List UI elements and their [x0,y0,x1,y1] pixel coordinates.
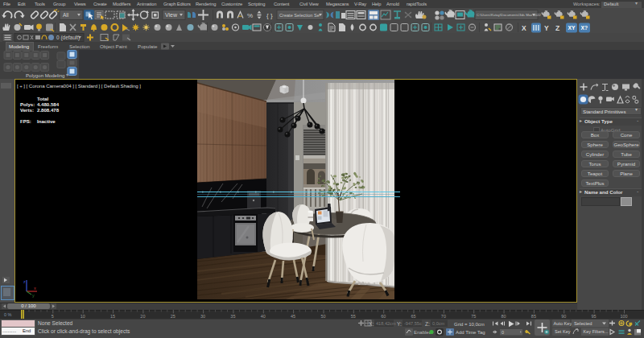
svg-text:Create Selection Se: Create Selection Se [279,13,320,18]
svg-text:2: 2 [219,14,221,19]
svg-text:y: y [32,293,35,298]
svg-text:View: View [165,12,178,18]
svg-text:Key Filters...: Key Filters... [584,329,609,334]
svg-text:Set Key: Set Key [555,329,571,334]
svg-text:z: z [23,279,26,284]
svg-text:418,42cm: 418,42cm [376,321,396,326]
svg-text:0,0cm: 0,0cm [432,321,445,326]
svg-text:Add Time Tag: Add Time Tag [456,330,485,335]
svg-text:X:: X: [369,321,374,327]
svg-text:XY: XY [568,25,576,31]
svg-text:Z:: Z: [425,321,430,327]
svg-text:All: All [63,12,69,18]
svg-text:%: % [247,12,253,19]
svg-text:Auto Key: Auto Key [554,321,572,326]
svg-text:3: 3 [229,14,232,19]
svg-text:Grid = 10,0cm: Grid = 10,0cm [454,322,485,327]
svg-text:Z: Z [555,24,559,32]
svg-text:X: X [522,24,526,32]
svg-text:Y: Y [544,24,549,32]
svg-text:0 %: 0 % [4,312,12,317]
svg-text:x: x [34,286,36,291]
svg-text:0: 0 [502,330,504,335]
svg-text:X?: X? [581,25,588,31]
svg-text:Y:: Y: [397,321,402,327]
svg-text:0 (default): 0 (default) [56,35,80,41]
svg-text:Selected: Selected [574,321,592,326]
svg-text:C:\Users\Kutay\Documents\3ds M: C:\Users\Kutay\Documents\3ds Max 2022 [477,13,542,17]
svg-text:{ }: { } [266,12,273,19]
svg-text:-947,55c: -947,55c [404,321,422,326]
